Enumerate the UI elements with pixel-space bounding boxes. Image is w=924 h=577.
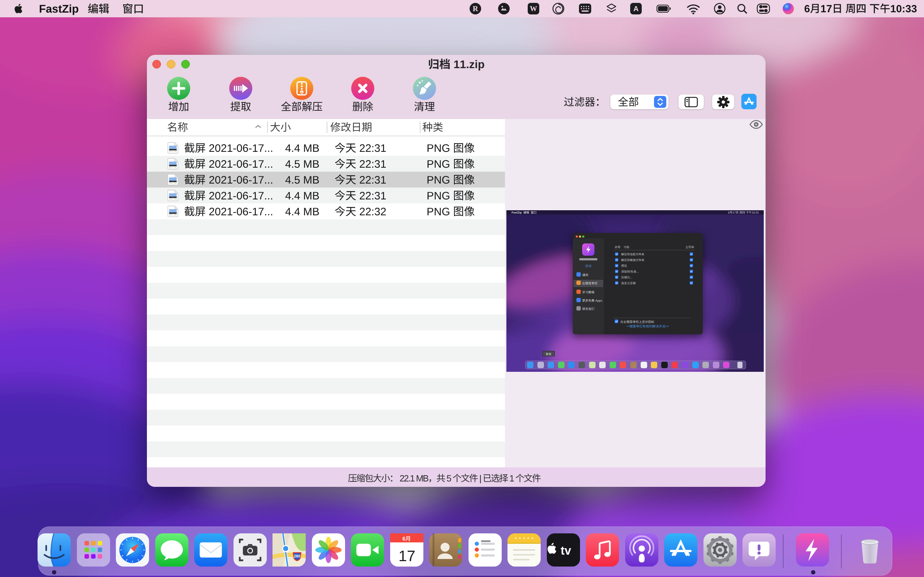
svg-text:W: W [530,5,537,13]
svg-text:280: 280 [294,554,300,558]
svg-text:tv: tv [561,544,571,557]
svg-text:A: A [633,5,638,13]
svg-text:R: R [472,4,478,13]
